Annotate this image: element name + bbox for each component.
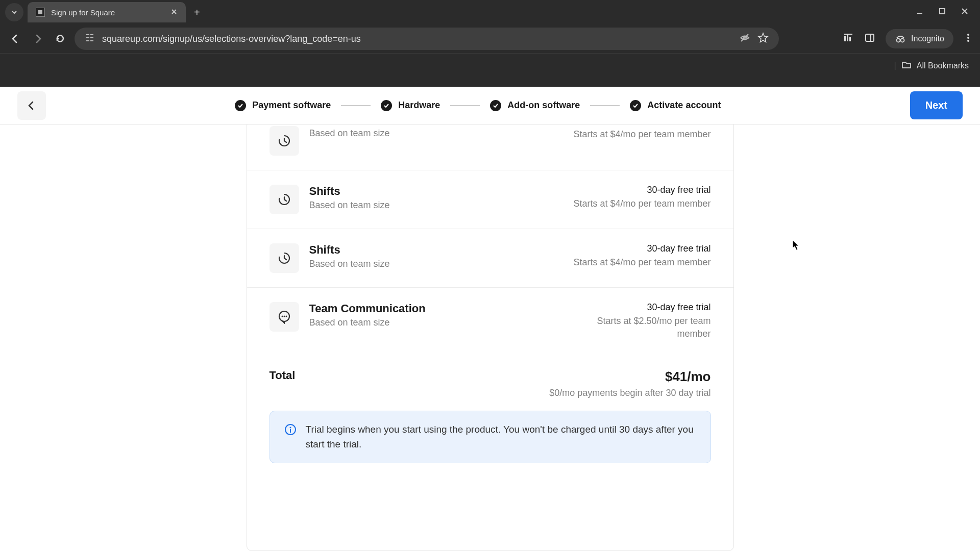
step-connector [450,105,480,106]
addon-row: Based on team size Starts at $4/mo per t… [247,124,733,170]
step-payment-software: Payment software [235,100,331,111]
total-amount: $41/mo [665,369,711,385]
info-text: Trial begins when you start using the pr… [306,422,696,452]
svg-rect-8 [844,36,846,41]
tab-search-button[interactable] [5,3,23,21]
star-icon[interactable] [757,32,769,46]
svg-point-27 [289,427,291,429]
folder-icon [901,60,912,72]
close-window-icon[interactable] [961,7,969,17]
svg-rect-6 [90,40,93,41]
svg-rect-10 [849,37,851,41]
addon-trial: 30-day free trial [573,185,710,195]
incognito-indicator[interactable]: Incognito [886,29,953,48]
total-row: Total $41/mo [247,355,733,388]
eye-off-icon[interactable] [739,32,750,46]
addon-subtitle: Based on team size [309,259,574,269]
addon-trial: 30-day free trial [573,243,710,254]
new-tab-button[interactable]: + [194,7,200,18]
step-connector [590,105,620,106]
close-tab-icon[interactable] [170,8,178,17]
svg-rect-12 [866,34,874,41]
addon-title: Team Communication [309,302,568,315]
trial-info-banner: Trial begins when you start using the pr… [270,411,711,463]
check-icon [235,100,246,111]
addon-title: Shifts [309,243,574,257]
clock-icon [270,185,299,214]
svg-point-15 [901,39,904,42]
svg-rect-2 [90,34,93,35]
next-button[interactable]: Next [910,91,963,119]
svg-rect-28 [290,429,291,433]
addon-price: Starts at $4/mo per team member [573,197,710,210]
chrome-menu-icon[interactable] [964,33,973,44]
progress-stepper: Payment software Hardware Add-on softwar… [235,100,721,111]
reload-button[interactable] [52,31,68,47]
svg-rect-9 [847,35,848,41]
step-hardware: Hardware [381,100,440,111]
step-connector [341,105,371,106]
tab-title: Sign up for Square [51,8,115,17]
square-favicon [36,8,45,17]
svg-point-23 [281,316,283,317]
browser-tab[interactable]: Sign up for Square [28,2,186,22]
page-back-button[interactable] [17,91,46,120]
minimize-icon[interactable] [916,7,924,17]
svg-point-17 [967,37,969,39]
addon-price: Starts at $4/mo per team member [573,128,710,141]
svg-rect-1 [86,34,89,35]
svg-rect-11 [844,34,852,35]
addon-subtitle: Based on team size [309,128,574,139]
addon-row: Team Communication Based on team size 30… [247,288,733,355]
address-bar[interactable]: squareup.com/signup/us/selections-overvi… [75,28,779,50]
back-button[interactable] [7,31,23,47]
all-bookmarks-link[interactable]: All Bookmarks [917,61,969,70]
check-icon [381,100,392,111]
svg-point-24 [283,316,285,317]
check-icon [630,100,641,111]
step-addon-software: Add-on software [490,100,580,111]
total-label: Total [270,369,296,382]
forward-button[interactable] [30,31,46,47]
svg-point-25 [285,316,287,317]
svg-rect-3 [86,37,89,38]
svg-point-18 [967,40,969,42]
svg-rect-4 [90,37,93,38]
media-icon[interactable] [843,32,854,45]
selections-card: Based on team size Starts at $4/mo per t… [247,124,734,551]
step-activate-account: Activate account [630,100,721,111]
svg-rect-5 [86,40,89,41]
incognito-label: Incognito [911,34,944,43]
info-icon [284,423,297,452]
site-settings-icon[interactable] [85,33,95,45]
addon-subtitle: Based on team size [309,317,568,328]
url-text: squareup.com/signup/us/selections-overvi… [102,34,732,44]
addon-title: Shifts [309,185,574,198]
svg-point-16 [967,34,969,36]
addon-trial: 30-day free trial [568,302,711,313]
svg-rect-0 [940,9,945,14]
clock-icon [270,243,299,273]
addon-price: Starts at $2.50/mo per team member [568,315,711,340]
chat-icon [270,302,299,332]
total-subtext: $0/mo payments begin after 30 day trial [247,388,733,411]
svg-point-14 [897,39,900,42]
incognito-icon [895,33,906,44]
addon-subtitle: Based on team size [309,200,574,211]
maximize-icon[interactable] [938,7,946,17]
side-panel-icon[interactable] [864,32,875,45]
clock-icon [270,126,299,156]
check-icon [490,100,501,111]
addon-row: Shifts Based on team size 30-day free tr… [247,229,733,288]
addon-price: Starts at $4/mo per team member [573,256,710,269]
addon-row: Shifts Based on team size 30-day free tr… [247,170,733,229]
